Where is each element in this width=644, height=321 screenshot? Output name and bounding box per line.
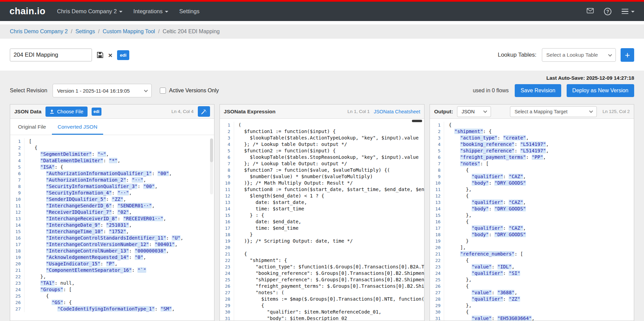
breadcrumb-separator: / <box>158 29 159 35</box>
code-text: "reference_numbers": [ <box>449 251 523 257</box>
save-revision-button[interactable]: Save Revision <box>515 84 561 97</box>
json-data-panel: JSON Data Choose File edi Ln 4, Col 4 Or… <box>10 104 214 321</box>
code-text: "freight_payment_terms": "PP", <box>449 154 546 160</box>
nav-settings[interactable]: Settings <box>179 8 200 15</box>
code-text: }; /* Lookup table Output: output */ <box>239 141 347 148</box>
code-line: 11 "InterchangeSenderID_6": "SENDER01··"… <box>10 203 214 209</box>
line-number: 17 <box>430 225 444 231</box>
line-number: 10 <box>430 180 444 186</box>
code-text: }; /* Lookup table Output: output */ <box>239 160 347 167</box>
line-number: 5 <box>220 148 234 154</box>
line-number: 13 <box>10 215 24 222</box>
code-text: "ISA": { <box>29 164 63 170</box>
json-cursor-position: Ln 4, Col 4 <box>171 109 193 114</box>
save-name-button[interactable] <box>97 52 103 58</box>
mail-icon[interactable] <box>587 8 594 15</box>
deploy-new-version-button[interactable]: Deploy as New Version <box>567 84 634 97</box>
chevron-down-icon <box>484 109 487 113</box>
code-text: "SegmentDelimiter": "~", <box>29 151 109 157</box>
nav-integrations-menu[interactable]: Integrations <box>133 8 168 15</box>
output-editor[interactable]: 1{2 "shipment": {3 "action_type": "creat… <box>430 119 634 321</box>
code-line: 13 date: $start_date, <box>220 199 424 206</box>
code-line: 29 { <box>220 302 424 309</box>
choose-file-button[interactable]: Choose File <box>45 107 87 117</box>
breadcrumb-separator: / <box>71 29 72 35</box>
code-text: }, <box>449 277 471 283</box>
tab-original-file[interactable]: Original File <box>12 119 52 135</box>
line-number: 8 <box>430 167 444 173</box>
format-json-button[interactable] <box>198 106 210 117</box>
jsonata-cheatsheet-link[interactable]: JSONata Cheatsheet <box>374 109 420 114</box>
code-text: "notes": [ <box>449 160 489 167</box>
line-number: 20 <box>220 244 234 251</box>
code-text: { <box>449 193 469 199</box>
code-line: 2 $function1 := function($input) { <box>220 128 424 135</box>
code-line: 4 "DataElementDelimiter": "*", <box>10 157 214 164</box>
line-number: 30 <box>430 309 444 315</box>
json-data-tabs: Original File Converted JSON <box>10 119 214 135</box>
code-text: { <box>449 283 469 289</box>
line-number: 15 <box>220 212 234 219</box>
line-number: 23 <box>430 264 444 270</box>
code-text: "qualifier": "CAZ", <box>449 199 526 206</box>
brand-logo[interactable]: chain.io <box>10 6 45 17</box>
jsonata-title: JSONata Expression <box>224 109 276 115</box>
revision-actions: used in 0 flows Save Revision Deploy as … <box>473 84 634 97</box>
code-text: "qualifier": $item.NoteReferenceCode_01, <box>239 309 381 315</box>
line-number: 27 <box>220 289 234 296</box>
help-icon[interactable]: ? <box>604 8 611 15</box>
cancel-name-button[interactable]: × <box>108 52 112 59</box>
chevron-down-icon <box>589 109 593 113</box>
code-line: 6 "freight_payment_terms": "PP", <box>430 154 634 160</box>
breadcrumb-link-custom-mapping-tool[interactable]: Custom Mapping Tool <box>102 29 155 35</box>
code-text: "SecurityInformation_4": "··", <box>29 190 132 196</box>
code-text: { <box>449 219 469 225</box>
line-number: 15 <box>10 228 24 235</box>
line-number: 25 <box>430 277 444 283</box>
lookup-table-select[interactable]: Select a Lookup Table <box>542 48 616 62</box>
scrollbar-track[interactable] <box>210 138 213 194</box>
nav-company-menu[interactable]: Chris Demo Company 2 <box>57 8 122 15</box>
tab-converted-json[interactable]: Converted JSON <box>52 119 103 135</box>
mapping-target-select[interactable]: Select a Mapping Target <box>510 106 597 117</box>
code-line: 28 $items := $map($.Groups[0].Transactio… <box>220 296 424 302</box>
output-format-select[interactable]: JSON <box>457 106 491 117</box>
active-versions-checkbox[interactable] <box>160 88 166 94</box>
json-data-editor[interactable]: 1[2 {3 "SegmentDelimiter": "~",4 "DataEl… <box>10 135 214 321</box>
code-text: { <box>449 167 469 173</box>
code-line: 1[ <box>10 138 214 145</box>
code-line: 9 "SecurityInformation_4": "··", <box>10 190 214 196</box>
menu-icon[interactable] <box>622 9 634 14</box>
code-line: 29 }, <box>430 302 634 309</box>
code-line: 27 "value": "3688", <box>430 289 634 296</box>
code-line: 1( <box>220 122 424 128</box>
code-line: 17 "InterchangeControlVersionNumber_12":… <box>10 241 214 248</box>
code-text: }, <box>449 302 471 309</box>
code-line: 10 "body": "DRY GOODS" <box>430 180 634 186</box>
chevron-down-icon <box>144 88 148 92</box>
code-line: 3 $lookupTable($tables.ActionTypeLookup,… <box>220 135 424 141</box>
chevron-down-icon <box>608 53 612 56</box>
breadcrumb-link-company[interactable]: Chris Demo Company 2 <box>10 29 68 35</box>
jsonata-editor[interactable]: 1(2 $function1 := function($input) {3 $l… <box>220 119 424 321</box>
code-text: "notes": ( <box>239 289 284 296</box>
line-number: 11 <box>430 186 444 193</box>
breadcrumb-link-settings[interactable]: Settings <box>75 29 95 35</box>
code-text: "InterchangeTime_10": "1752", <box>29 228 129 235</box>
jsonata-panel-header: JSONata Expression Ln 1, Col 1 JSONata C… <box>220 105 424 119</box>
line-number: 14 <box>220 206 234 212</box>
add-lookup-table-button[interactable]: + <box>621 48 634 62</box>
line-number: 16 <box>430 219 444 225</box>
code-text: "freight_payment_terms": $.Groups[0].Tra… <box>239 283 424 289</box>
scrollbar-thumb[interactable] <box>210 138 213 162</box>
code-line: 21 "reference_numbers": [ <box>430 251 634 257</box>
scrollbar-thumb[interactable] <box>412 120 422 122</box>
code-text: { <box>449 122 451 128</box>
code-text: } : { <box>239 212 264 219</box>
line-number: 8 <box>10 183 24 190</box>
magic-wand-icon <box>201 109 207 114</box>
mapping-name-input[interactable] <box>10 49 92 61</box>
revision-select[interactable]: Version 1 - 2025-11-04 16:19:05 <box>53 84 152 97</box>
revision-and-editors-section: Last Auto-Save: 2025-12-09 14:27:18 Sele… <box>0 71 644 321</box>
nav-company-label: Chris Demo Company 2 <box>57 8 117 15</box>
